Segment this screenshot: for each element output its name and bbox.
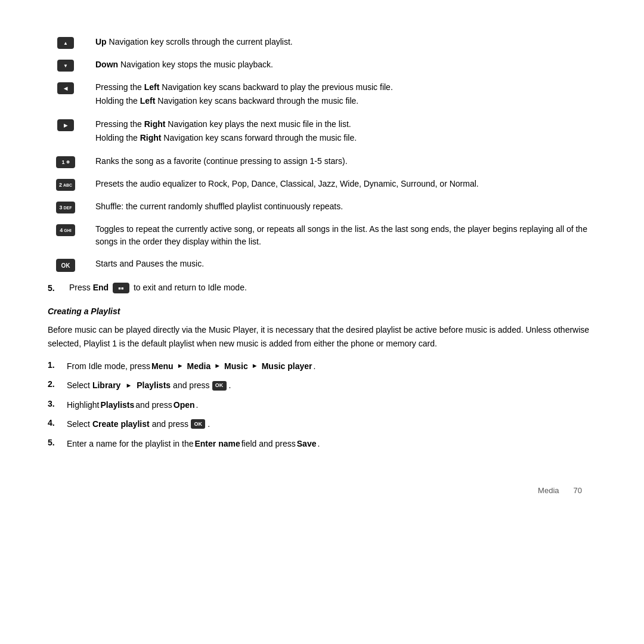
ok-key-text: Starts and Pauses the music. (95, 258, 204, 270)
num3-key-box: 3 DEF (56, 202, 75, 213)
step-row-4: 4. Select Create playlist and press OK. (48, 417, 596, 431)
step-3-num: 3. (48, 398, 67, 408)
creating-playlist-title: Creating a Playlist (48, 306, 596, 316)
creating-playlist-steps: 1. From Idle mode, press Menu ► Media ► … (48, 360, 596, 450)
ok-key-icon: OK (48, 259, 83, 272)
key-row-left: Pressing the Left Navigation key scans b… (48, 81, 596, 109)
up-key-icon (48, 37, 83, 49)
key-row-1: 1 ⊕ Ranks the song as a favorite (contin… (48, 155, 596, 168)
step-1-text: From Idle mode, press Menu ► Media ► Mus… (67, 360, 315, 373)
num4-key-box: 4 GHI (56, 224, 75, 236)
key-row-ok: OK Starts and Pauses the music. (48, 258, 596, 272)
step-2-num: 2. (48, 379, 67, 389)
footer: Media 70 (48, 486, 596, 495)
arrow-icon-3: ► (252, 361, 258, 371)
num1-key-text: Ranks the song as a favorite (continue p… (95, 155, 348, 168)
footer-media-label: Media (538, 486, 559, 495)
step-4-text: Select Create playlist and press OK. (67, 417, 210, 431)
ok-inline-2: OK (212, 381, 227, 391)
step-1-num: 1. (48, 360, 67, 370)
down-key-text: Down Navigation key stops the music play… (95, 58, 273, 71)
step-2-text: Select Library ► Playlists and press OK. (67, 379, 231, 392)
step-5-num: 5. (48, 437, 67, 447)
key-row-4: 4 GHI Toggles to repeat the currently ac… (48, 223, 596, 248)
right-text-1: Pressing the Right Navigation key plays … (95, 118, 357, 131)
key-row-3: 3 DEF Shuffle: the current randomly shuf… (48, 200, 596, 213)
step-row-2: 2. Select Library ► Playlists and press … (48, 379, 596, 392)
step-row-1: 1. From Idle mode, press Menu ► Media ► … (48, 360, 596, 373)
arrow-icon-2: ► (214, 361, 221, 371)
right-key-text: Pressing the Right Navigation key plays … (95, 118, 357, 145)
key-row-2: 2 ABC Presets the audio equalizer to Roc… (48, 178, 596, 191)
footer-page-num: 70 (574, 486, 582, 495)
up-key-box (57, 37, 74, 49)
step-5-text: Enter a name for the playlist in the Ent… (67, 437, 320, 450)
num1-key-box: 1 ⊕ (56, 156, 75, 168)
num2-key-icon: 2 ABC (48, 179, 83, 191)
up-key-text: Up Navigation key scrolls through the cu… (95, 36, 293, 48)
end-key-box: ■■ (113, 283, 129, 293)
left-key-box (57, 82, 74, 94)
key-row-right: Pressing the Right Navigation key plays … (48, 118, 596, 145)
left-text-2: Holding the Left Navigation key scans ba… (95, 95, 393, 107)
left-key-icon (48, 82, 83, 94)
num2-key-text: Presets the audio equalizer to Rock, Pop… (95, 178, 479, 190)
key-row-up: Up Navigation key scrolls through the cu… (48, 36, 596, 49)
num2-key-box: 2 ABC (56, 179, 75, 191)
key-row-down: Down Navigation key stops the music play… (48, 58, 596, 72)
step-row-3: 3. Highlight Playlists and press Open. (48, 398, 596, 411)
num1-key-icon: 1 ⊕ (48, 156, 83, 168)
step-row-5: 5. Enter a name for the playlist in the … (48, 437, 596, 450)
step-4-num: 4. (48, 417, 67, 428)
press-end-step-num: 5. (48, 283, 69, 293)
right-key-icon (48, 119, 83, 131)
press-end-row: 5. Press End ■■ to exit and return to Id… (48, 283, 596, 293)
num4-key-text: Toggles to repeat the currently active s… (95, 223, 596, 248)
arrow-icon-1: ► (177, 361, 184, 371)
step-3-text: Highlight Playlists and press Open. (67, 398, 198, 411)
down-key-icon (48, 60, 83, 72)
left-text-1: Pressing the Left Navigation key scans b… (95, 81, 393, 94)
press-end-text: Press End ■■ to exit and return to Idle … (69, 283, 247, 293)
num4-key-icon: 4 GHI (48, 224, 83, 236)
right-text-2: Holding the Right Navigation key scans f… (95, 132, 357, 144)
num3-key-icon: 3 DEF (48, 202, 83, 213)
creating-playlist-desc: Before music can be played directly via … (48, 323, 596, 350)
ok-inline-4: OK (191, 419, 205, 429)
num3-key-text: Shuffle: the current randomly shuffled p… (95, 200, 343, 213)
arrow-icon-4: ► (125, 380, 132, 391)
down-label: Down (95, 60, 118, 69)
ok-key-box: OK (56, 259, 75, 272)
down-key-box (57, 60, 74, 72)
right-key-box (57, 119, 74, 131)
page-wrapper: Up Navigation key scrolls through the cu… (48, 36, 596, 608)
up-label: Up (95, 37, 107, 47)
left-key-text: Pressing the Left Navigation key scans b… (95, 81, 393, 109)
